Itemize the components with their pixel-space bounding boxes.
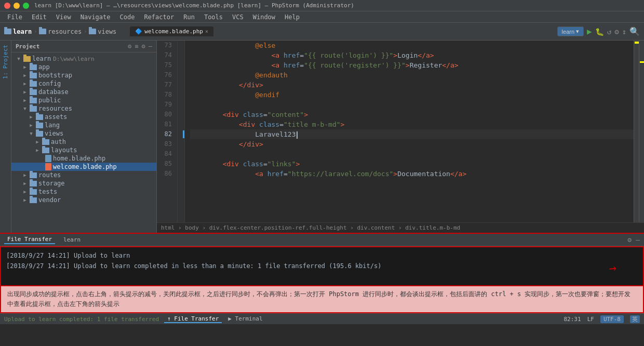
menu-help[interactable]: Help (280, 12, 304, 22)
folder-icon-storage (30, 181, 37, 187)
line-ending-indicator: LF (587, 316, 594, 323)
tree-item-config[interactable]: ▶ config (11, 79, 156, 88)
menu-window[interactable]: Window (249, 12, 279, 22)
toolbar: learn › resources › views 🔷 welcome.blad… (0, 23, 644, 41)
tree-item-learn[interactable]: ▼ learn D:\www\learn (11, 55, 156, 63)
folder-icon-resources (30, 106, 37, 112)
tree-item-storage[interactable]: ▶ storage (11, 179, 156, 188)
sidebar-header-icons: ⚙ ≡ ⚙ — (128, 43, 152, 50)
tree-label-assets: assets (45, 113, 67, 121)
tree-item-bootstrap[interactable]: ▶ bootstrap (11, 71, 156, 79)
line-num-83: 83 (157, 139, 174, 149)
tree-label-home: home.blade.php (53, 155, 105, 162)
menu-edit[interactable]: Edit (28, 12, 51, 22)
status-tab-terminal[interactable]: ▶ Terminal (225, 315, 265, 323)
project-view-icon[interactable]: 1: Project (2, 43, 9, 81)
editor-scrollbar[interactable] (634, 41, 639, 222)
line-num-84: 84 (157, 149, 174, 159)
tree-item-app[interactable]: ▶ app (11, 63, 156, 71)
menu-code[interactable]: Code (116, 12, 139, 22)
minimize-button[interactable] (14, 3, 20, 9)
tab-label: welcome.blade.php (144, 28, 203, 35)
tree-item-lang[interactable]: ▶ lang (11, 121, 156, 129)
menu-refactor[interactable]: Refactor (140, 12, 178, 22)
tree-arrow-resources: ▼ (22, 106, 28, 111)
code-line-79 (190, 100, 634, 110)
tree-label-views: views (45, 130, 63, 137)
debug-button[interactable]: 🐛 (595, 28, 604, 36)
sidebar-minimize-icon[interactable]: — (149, 43, 152, 50)
tree-item-database[interactable]: ▶ database (11, 88, 156, 96)
scroll-marker (635, 42, 639, 44)
tree-item-public[interactable]: ▶ public (11, 96, 156, 104)
tree-label-welcome: welcome.blade.php (53, 163, 117, 170)
status-tab-file-transfer[interactable]: ↑ File Transfer (164, 315, 222, 323)
folder-icon-layouts (42, 148, 49, 153)
panel-close-icon[interactable]: — (636, 236, 640, 244)
code-line-84 (190, 149, 634, 159)
editor-content: 73 74 75 76 77 78 79 80 81 82 83 84 85 8… (157, 41, 644, 222)
minimap-scrollbar[interactable] (639, 41, 644, 222)
menu-navigate[interactable]: Navigate (76, 12, 115, 22)
sidebar-settings-icon[interactable]: ⚙ (128, 43, 131, 50)
reload-button[interactable]: ↺ (607, 28, 611, 36)
file-icon-home (45, 155, 51, 162)
menu-bar: File Edit View Navigate Code Refactor Ru… (0, 11, 644, 23)
panel-settings-icon[interactable]: ⚙ (627, 236, 632, 244)
menu-vcs[interactable]: VCS (228, 12, 248, 22)
folder-icon-views (89, 29, 96, 34)
line-numbers: 73 74 75 76 77 78 79 80 81 82 83 84 85 8… (157, 41, 178, 222)
tree-item-assets[interactable]: ▶ assets (11, 113, 156, 121)
vcs-button[interactable]: ↕ (622, 28, 626, 36)
tree-label-tests: tests (38, 188, 57, 195)
status-left: Upload to learn completed: 1 file transf… (4, 316, 159, 323)
menu-tools[interactable]: Tools (200, 12, 227, 22)
tree-item-routes[interactable]: ▶ routes (11, 171, 156, 179)
line-num-81: 81 (157, 119, 174, 129)
tab-close-icon[interactable]: × (205, 29, 208, 34)
tab-welcome-blade[interactable]: 🔷 welcome.blade.php × (130, 26, 213, 36)
sidebar-filter-icon[interactable]: ≡ (135, 43, 138, 50)
menu-run[interactable]: Run (179, 12, 199, 22)
bottom-panel-header: File Transfer learn ⚙ — (0, 234, 644, 246)
line-num-78: 78 (157, 90, 174, 100)
close-button[interactable] (4, 3, 10, 9)
status-right: 82:31 LF UTF-8 英 (564, 315, 640, 323)
tree-label-bootstrap: bootstrap (38, 72, 72, 79)
menu-file[interactable]: File (3, 12, 26, 22)
maximize-button[interactable] (23, 3, 29, 9)
position-indicator: 82:31 (564, 316, 581, 323)
tree-arrow-storage: ▶ (22, 181, 28, 186)
build-button[interactable]: ⚙ (614, 28, 619, 36)
line-num-79: 79 (157, 100, 174, 110)
tree-item-vendor[interactable]: ▶ vendor (11, 196, 156, 204)
tree-item-welcome-blade[interactable]: welcome.blade.php (11, 163, 156, 171)
code-line-86: <a href="https://laravel.com/docs">Docum… (190, 169, 634, 179)
tree-path-learn: D:\www\learn (53, 56, 94, 62)
tree-item-tests[interactable]: ▶ tests (11, 188, 156, 196)
panel-tab-file-transfer[interactable]: File Transfer (4, 235, 55, 244)
breadcrumb-resources[interactable]: resources (39, 28, 82, 35)
menu-view[interactable]: View (52, 12, 75, 22)
tree-arrow-layouts: ▶ (34, 148, 41, 153)
tree-item-resources[interactable]: ▼ resources (11, 104, 156, 113)
sidebar-gear-icon[interactable]: ⚙ (142, 43, 145, 50)
tree-item-auth[interactable]: ▶ auth (11, 138, 156, 146)
code-body[interactable]: @else <a href="{{ route('login') }}">Log… (185, 41, 634, 222)
panel-tab-learn[interactable]: learn (60, 236, 84, 244)
tree-item-layouts[interactable]: ▶ layouts (11, 146, 156, 154)
breadcrumb-learn[interactable]: learn (4, 28, 32, 35)
breadcrumb-resources-label: resources (48, 28, 82, 35)
gutter (178, 41, 185, 222)
window-controls[interactable] (4, 3, 29, 9)
tree-item-home-blade[interactable]: home.blade.php (11, 154, 156, 163)
tree-arrow-routes: ▶ (22, 172, 28, 178)
search-icon[interactable]: 🔍 (629, 26, 640, 36)
main-layout: 1: Project Project ⚙ ≡ ⚙ — ▼ learn D:\ww… (0, 41, 644, 233)
tree-arrow-database: ▶ (22, 89, 28, 95)
breadcrumb-views[interactable]: views (89, 28, 116, 35)
project-button[interactable]: learn ▾ (557, 26, 584, 36)
run-button[interactable]: ▶ (587, 26, 592, 36)
folder-icon-vendor (30, 197, 37, 203)
tree-item-views[interactable]: ▼ views (11, 129, 156, 138)
